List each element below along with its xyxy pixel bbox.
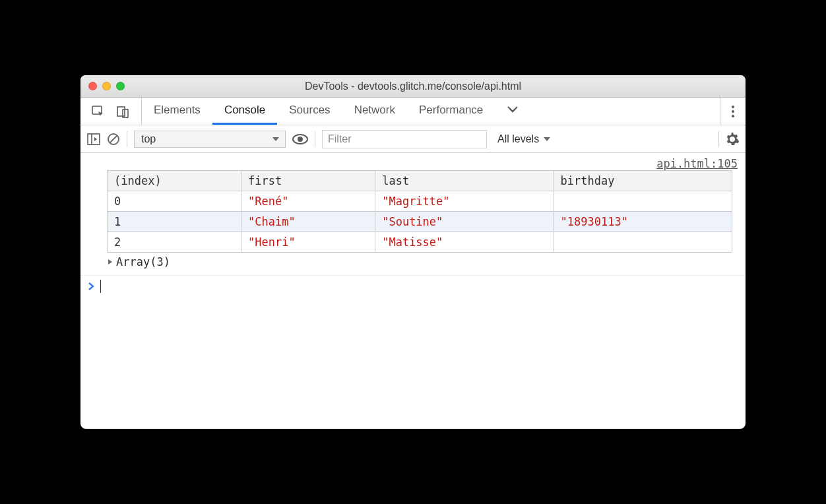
toolbar-leading <box>80 98 142 125</box>
cell-last: "Magritte" <box>375 191 554 212</box>
window-title: DevTools - devtools.glitch.me/console/ap… <box>80 80 746 92</box>
cell-index: 0 <box>108 191 241 212</box>
cell-first: "René" <box>241 191 375 212</box>
cell-last: "Matisse" <box>375 232 554 253</box>
console-prompt[interactable] <box>80 276 746 297</box>
table-row: 1 "Chaim" "Soutine" "18930113" <box>108 212 732 232</box>
cell-birthday <box>554 191 732 212</box>
toolbar-trailing <box>720 98 746 125</box>
live-expression-icon[interactable] <box>292 134 308 144</box>
tab-sources[interactable]: Sources <box>277 98 342 125</box>
cell-index: 1 <box>108 212 241 232</box>
table-row: 2 "Henri" "Matisse" <box>108 232 732 253</box>
main-toolbar: Elements Console Sources Network Perform… <box>80 98 746 125</box>
svg-point-11 <box>298 137 303 142</box>
filter-input[interactable] <box>322 130 487 148</box>
devtools-window: DevTools - devtools.glitch.me/console/ap… <box>80 75 746 429</box>
cell-first: "Henri" <box>241 232 375 253</box>
panel-tabs: Elements Console Sources Network Perform… <box>142 98 720 125</box>
inspect-element-icon[interactable] <box>91 104 106 119</box>
clear-console-icon[interactable] <box>107 133 120 146</box>
tab-network[interactable]: Network <box>342 98 407 125</box>
divider <box>315 131 315 147</box>
context-selector[interactable]: top <box>134 131 286 148</box>
zoom-window-button[interactable] <box>116 82 125 90</box>
context-label: top <box>141 133 156 145</box>
console-toolbar: top All levels <box>80 125 746 153</box>
console-settings-icon[interactable] <box>726 133 739 146</box>
log-levels-selector[interactable]: All levels <box>493 133 555 145</box>
traffic-lights <box>80 82 125 90</box>
cell-birthday: "18930113" <box>554 212 732 232</box>
tab-overflow[interactable] <box>495 98 530 125</box>
source-link[interactable]: api.html:105 <box>656 157 738 170</box>
chevron-down-icon <box>272 135 280 143</box>
expand-triangle-icon <box>107 259 113 265</box>
text-cursor <box>100 280 101 293</box>
cell-birthday <box>554 232 732 253</box>
console-table: (index) first last birthday 0 "René" "Ma… <box>107 170 732 253</box>
table-row: 0 "René" "Magritte" <box>108 191 732 212</box>
kebab-menu-icon[interactable] <box>731 105 735 118</box>
console-output: api.html:105 (index) first last birthday… <box>80 153 746 429</box>
svg-line-9 <box>110 136 117 142</box>
col-index[interactable]: (index) <box>108 171 241 191</box>
col-birthday[interactable]: birthday <box>554 171 732 191</box>
svg-rect-6 <box>88 134 100 144</box>
col-last[interactable]: last <box>375 171 554 191</box>
table-header-row: (index) first last birthday <box>108 171 732 191</box>
col-first[interactable]: first <box>241 171 375 191</box>
tab-console[interactable]: Console <box>212 98 277 125</box>
cell-first: "Chaim" <box>241 212 375 232</box>
titlebar: DevTools - devtools.glitch.me/console/ap… <box>80 75 746 98</box>
array-summary-label: Array(3) <box>116 255 170 268</box>
cell-last: "Soutine" <box>375 212 554 232</box>
close-window-button[interactable] <box>88 82 97 90</box>
minimize-window-button[interactable] <box>102 82 111 90</box>
chevron-down-icon <box>543 135 551 143</box>
svg-rect-1 <box>117 107 125 116</box>
cell-index: 2 <box>108 232 241 253</box>
array-summary[interactable]: Array(3) <box>107 253 738 268</box>
svg-point-4 <box>732 110 734 113</box>
device-toolbar-icon[interactable] <box>116 104 131 119</box>
prompt-chevron-icon <box>87 282 95 291</box>
tab-elements[interactable]: Elements <box>142 98 212 125</box>
tab-performance[interactable]: Performance <box>407 98 495 125</box>
divider <box>127 131 127 147</box>
levels-label: All levels <box>497 133 539 145</box>
console-message: api.html:105 (index) first last birthday… <box>80 153 746 276</box>
divider <box>718 131 719 147</box>
svg-point-3 <box>732 106 734 108</box>
svg-point-5 <box>732 115 734 117</box>
toggle-sidebar-icon[interactable] <box>87 133 100 145</box>
